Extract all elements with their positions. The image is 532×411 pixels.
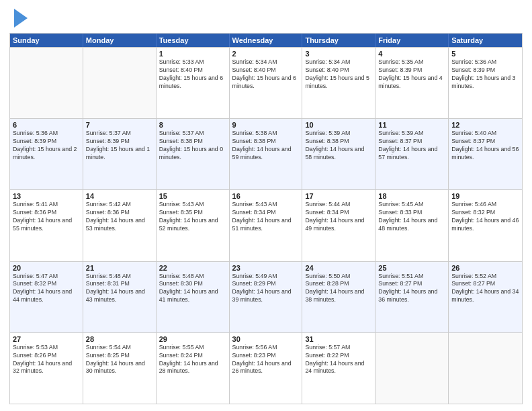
weekday-header-friday: Friday <box>375 34 449 47</box>
header <box>9 7 523 28</box>
day-number: 22 <box>159 264 226 272</box>
calendar-cell: 31Sunrise: 5:57 AMSunset: 8:22 PMDayligh… <box>302 333 375 404</box>
day-info: Sunrise: 5:51 AMSunset: 8:27 PMDaylight:… <box>378 273 445 305</box>
calendar-cell: 7Sunrise: 5:37 AMSunset: 8:39 PMDaylight… <box>83 119 157 189</box>
day-info: Sunrise: 5:37 AMSunset: 8:38 PMDaylight:… <box>159 130 226 162</box>
day-number: 21 <box>86 264 153 272</box>
day-number: 1 <box>159 50 226 58</box>
day-info: Sunrise: 5:49 AMSunset: 8:29 PMDaylight:… <box>232 273 300 305</box>
weekday-header-sunday: Sunday <box>10 34 83 47</box>
day-number: 19 <box>451 192 519 200</box>
day-number: 17 <box>305 192 372 200</box>
day-info: Sunrise: 5:42 AMSunset: 8:36 PMDaylight:… <box>86 201 153 233</box>
day-info: Sunrise: 5:43 AMSunset: 8:35 PMDaylight:… <box>159 201 226 233</box>
day-number: 6 <box>13 121 80 129</box>
calendar-cell: 26Sunrise: 5:52 AMSunset: 8:27 PMDayligh… <box>449 262 522 332</box>
weekday-header-monday: Monday <box>83 34 157 47</box>
calendar-cell: 25Sunrise: 5:51 AMSunset: 8:27 PMDayligh… <box>375 262 449 332</box>
day-info: Sunrise: 5:57 AMSunset: 8:22 PMDaylight:… <box>305 344 372 376</box>
day-info: Sunrise: 5:43 AMSunset: 8:34 PMDaylight:… <box>232 201 300 233</box>
calendar-row-5: 27Sunrise: 5:53 AMSunset: 8:26 PMDayligh… <box>10 332 522 404</box>
day-number: 8 <box>159 121 226 129</box>
calendar-cell: 1Sunrise: 5:33 AMSunset: 8:40 PMDaylight… <box>157 48 230 118</box>
day-info: Sunrise: 5:36 AMSunset: 8:39 PMDaylight:… <box>13 130 80 162</box>
day-number: 11 <box>378 121 445 129</box>
calendar-cell: 21Sunrise: 5:48 AMSunset: 8:31 PMDayligh… <box>83 262 157 332</box>
logo-arrow-icon <box>14 9 28 28</box>
day-info: Sunrise: 5:38 AMSunset: 8:38 PMDaylight:… <box>232 130 300 162</box>
day-info: Sunrise: 5:34 AMSunset: 8:40 PMDaylight:… <box>232 58 300 91</box>
day-number: 3 <box>305 50 372 58</box>
day-number: 9 <box>232 121 300 129</box>
calendar-cell: 15Sunrise: 5:43 AMSunset: 8:35 PMDayligh… <box>157 190 230 261</box>
calendar-cell: 14Sunrise: 5:42 AMSunset: 8:36 PMDayligh… <box>83 190 157 261</box>
calendar-cell <box>10 48 83 118</box>
calendar-cell: 3Sunrise: 5:34 AMSunset: 8:40 PMDaylight… <box>302 48 375 118</box>
day-info: Sunrise: 5:35 AMSunset: 8:39 PMDaylight:… <box>378 58 445 91</box>
day-info: Sunrise: 5:52 AMSunset: 8:27 PMDaylight:… <box>451 273 519 305</box>
calendar-cell: 22Sunrise: 5:48 AMSunset: 8:30 PMDayligh… <box>157 262 230 332</box>
day-info: Sunrise: 5:39 AMSunset: 8:37 PMDaylight:… <box>378 130 445 162</box>
calendar-cell: 12Sunrise: 5:40 AMSunset: 8:37 PMDayligh… <box>449 119 522 189</box>
day-info: Sunrise: 5:39 AMSunset: 8:38 PMDaylight:… <box>305 130 372 162</box>
day-number: 5 <box>451 50 519 58</box>
day-number: 16 <box>232 192 300 200</box>
calendar-cell: 24Sunrise: 5:50 AMSunset: 8:28 PMDayligh… <box>302 262 375 332</box>
day-number: 4 <box>378 50 445 58</box>
calendar-cell: 28Sunrise: 5:54 AMSunset: 8:25 PMDayligh… <box>83 333 157 404</box>
day-info: Sunrise: 5:33 AMSunset: 8:40 PMDaylight:… <box>159 58 226 91</box>
calendar-row-1: 1Sunrise: 5:33 AMSunset: 8:40 PMDaylight… <box>10 47 522 118</box>
day-info: Sunrise: 5:34 AMSunset: 8:40 PMDaylight:… <box>305 58 372 91</box>
day-number: 14 <box>86 192 153 200</box>
day-number: 26 <box>451 264 519 272</box>
calendar-body: 1Sunrise: 5:33 AMSunset: 8:40 PMDaylight… <box>10 47 522 404</box>
calendar: SundayMondayTuesdayWednesdayThursdayFrid… <box>9 33 523 404</box>
day-info: Sunrise: 5:44 AMSunset: 8:34 PMDaylight:… <box>305 201 372 233</box>
day-number: 27 <box>13 335 80 343</box>
day-info: Sunrise: 5:55 AMSunset: 8:24 PMDaylight:… <box>159 344 226 376</box>
day-info: Sunrise: 5:37 AMSunset: 8:39 PMDaylight:… <box>86 130 153 162</box>
calendar-cell: 19Sunrise: 5:46 AMSunset: 8:32 PMDayligh… <box>449 190 522 261</box>
day-number: 18 <box>378 192 445 200</box>
weekday-header-wednesday: Wednesday <box>230 34 303 47</box>
calendar-row-3: 13Sunrise: 5:41 AMSunset: 8:36 PMDayligh… <box>10 189 522 261</box>
day-number: 20 <box>13 264 80 272</box>
day-number: 29 <box>159 335 226 343</box>
calendar-cell: 27Sunrise: 5:53 AMSunset: 8:26 PMDayligh… <box>10 333 83 404</box>
day-info: Sunrise: 5:56 AMSunset: 8:23 PMDaylight:… <box>232 344 300 376</box>
calendar-header: SundayMondayTuesdayWednesdayThursdayFrid… <box>10 34 522 47</box>
day-number: 13 <box>13 192 80 200</box>
calendar-cell: 23Sunrise: 5:49 AMSunset: 8:29 PMDayligh… <box>230 262 303 332</box>
calendar-cell <box>375 333 449 404</box>
calendar-cell: 18Sunrise: 5:45 AMSunset: 8:33 PMDayligh… <box>375 190 449 261</box>
calendar-row-2: 6Sunrise: 5:36 AMSunset: 8:39 PMDaylight… <box>10 118 522 189</box>
day-info: Sunrise: 5:41 AMSunset: 8:36 PMDaylight:… <box>13 201 80 233</box>
weekday-header-thursday: Thursday <box>302 34 375 47</box>
calendar-cell: 17Sunrise: 5:44 AMSunset: 8:34 PMDayligh… <box>302 190 375 261</box>
day-number: 23 <box>232 264 300 272</box>
weekday-header-saturday: Saturday <box>449 34 522 47</box>
logo <box>9 7 28 28</box>
day-info: Sunrise: 5:54 AMSunset: 8:25 PMDaylight:… <box>86 344 153 376</box>
day-info: Sunrise: 5:45 AMSunset: 8:33 PMDaylight:… <box>378 201 445 233</box>
day-info: Sunrise: 5:46 AMSunset: 8:32 PMDaylight:… <box>451 201 519 233</box>
day-number: 10 <box>305 121 372 129</box>
calendar-cell: 5Sunrise: 5:36 AMSunset: 8:39 PMDaylight… <box>449 48 522 118</box>
calendar-cell: 29Sunrise: 5:55 AMSunset: 8:24 PMDayligh… <box>157 333 230 404</box>
calendar-cell: 8Sunrise: 5:37 AMSunset: 8:38 PMDaylight… <box>157 119 230 189</box>
day-info: Sunrise: 5:47 AMSunset: 8:32 PMDaylight:… <box>13 273 80 305</box>
day-number: 31 <box>305 335 372 343</box>
calendar-row-4: 20Sunrise: 5:47 AMSunset: 8:32 PMDayligh… <box>10 261 522 332</box>
calendar-cell: 9Sunrise: 5:38 AMSunset: 8:38 PMDaylight… <box>230 119 303 189</box>
day-info: Sunrise: 5:48 AMSunset: 8:30 PMDaylight:… <box>159 273 226 305</box>
day-number: 24 <box>305 264 372 272</box>
calendar-cell: 16Sunrise: 5:43 AMSunset: 8:34 PMDayligh… <box>230 190 303 261</box>
calendar-cell <box>83 48 157 118</box>
calendar-cell: 11Sunrise: 5:39 AMSunset: 8:37 PMDayligh… <box>375 119 449 189</box>
day-number: 30 <box>232 335 300 343</box>
calendar-cell: 20Sunrise: 5:47 AMSunset: 8:32 PMDayligh… <box>10 262 83 332</box>
calendar-cell: 30Sunrise: 5:56 AMSunset: 8:23 PMDayligh… <box>230 333 303 404</box>
calendar-cell: 6Sunrise: 5:36 AMSunset: 8:39 PMDaylight… <box>10 119 83 189</box>
day-number: 15 <box>159 192 226 200</box>
day-info: Sunrise: 5:53 AMSunset: 8:26 PMDaylight:… <box>13 344 80 376</box>
